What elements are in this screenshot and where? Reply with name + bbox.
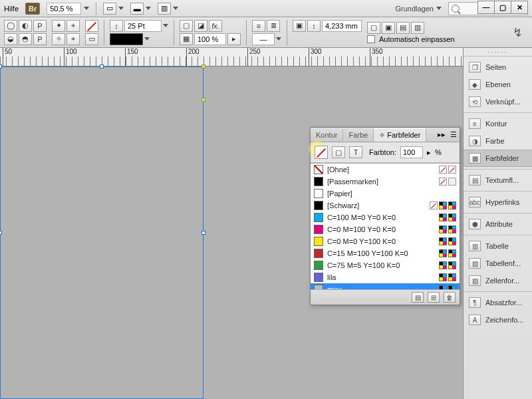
dock-item-zeichenfo[interactable]: AZeichenfo... [464,311,532,329]
fit-frame-icon[interactable]: ▣ [293,20,306,32]
dock-item-ebenen[interactable]: ◆Ebenen [464,76,532,93]
fit-icon[interactable]: ▥ [411,22,424,34]
effect-icon[interactable]: ◪ [194,20,207,32]
swatch-row[interactable]: C=100 M=0 Y=0 K=0 [311,211,460,223]
window-maximize-button[interactable]: ▢ [494,1,511,14]
dock-item-textumfl[interactable]: ▤Textumfl... [464,172,532,189]
swatch-row[interactable]: [Passermarken] [311,176,460,188]
swatch-row[interactable]: C=15 M=100 Y=100 K=0 [311,247,460,259]
dock-item-hyperlinks[interactable]: abcHyperlinks [464,194,532,211]
arrange-group: ▬ [130,3,151,15]
tab-farbfelder[interactable]: ✧Farbfelder [374,128,426,142]
stroke-icon[interactable]: ▭ [85,33,98,45]
rotate-handle[interactable] [201,98,205,102]
panel-collapse-icon[interactable]: ▸▸ [436,130,448,139]
stepper-icon[interactable]: ↕ [307,20,321,32]
dock-item-attribute[interactable]: ⬢Attribute [464,215,532,233]
wrap-icon[interactable]: ≡ [252,20,265,32]
tool-icon[interactable]: P [33,33,47,45]
cmyk-icon [448,213,456,221]
selected-frame[interactable] [0,66,203,399]
swatch-row[interactable]: [Schwarz] [311,200,460,211]
dock-item-seiten[interactable]: ❐Seiten [464,59,532,76]
tool-icon[interactable]: ◓ [19,33,32,45]
tab-farbe[interactable]: Farbe [343,129,374,141]
dock-item-farbe[interactable]: ◑Farbe [464,132,532,150]
display-perf-icon[interactable]: ▥ [158,3,171,15]
tool-icon[interactable]: ◐ [19,20,32,32]
stroke-style-swatch[interactable] [110,33,143,45]
arrange-docs-icon[interactable]: ▬ [130,3,144,15]
swatch-chip [314,213,323,222]
tint-stepper-icon[interactable]: ▸ [427,148,431,157]
frame-width-input[interactable]: 4,233 mm [322,20,362,32]
tint-input[interactable] [400,146,423,158]
dock-item-label: Verknüpf... [485,98,521,106]
swatch-row[interactable]: [Ohne] [311,164,460,176]
tool-icon[interactable]: ◯ [4,20,17,32]
cmyk-icon [439,201,447,209]
resize-handle[interactable] [201,231,205,235]
bridge-badge[interactable]: Br [25,3,40,15]
wrap-mode-icon[interactable]: — [252,33,275,45]
workspace-switcher[interactable]: Grundlagen [396,5,442,13]
cmyk-icon [448,285,456,290]
new-swatch-button[interactable]: ⊞ [428,292,440,303]
stroke-weight-input[interactable]: 25 Pt [124,20,162,32]
swatch-chip [314,273,323,282]
formatting-text-icon[interactable]: T [349,146,362,158]
autofit-checkbox[interactable] [367,35,375,43]
tab-kontur[interactable]: Kontur [311,129,343,141]
stepper-icon[interactable]: ▸ [227,33,241,45]
screen-mode-icon[interactable]: ▭ [103,3,116,15]
fit-icon[interactable]: ▣ [382,22,395,34]
tool-icon[interactable]: ✦ [52,20,65,32]
tool-icon[interactable]: ✧ [52,33,65,45]
dock-item-verknpf[interactable]: ⟲Verknüpf... [464,93,532,110]
tool-icon[interactable]: ⌖ [66,20,80,32]
dock-item-absatzfor[interactable]: ¶Absatzfor... [464,294,532,311]
tool-icon[interactable]: P [33,20,47,32]
zoom-level-select[interactable] [47,3,89,15]
swatch-row[interactable]: grau [311,283,460,290]
new-swatch-button[interactable]: ▤ [412,292,424,303]
dock-item-kontur[interactable]: ≡Kontur [464,115,532,132]
fill-stroke-proxy-icon[interactable] [315,146,328,159]
formatting-container-icon[interactable]: ▢ [332,146,345,158]
fx-icon[interactable]: fx. [209,20,222,32]
swatch-row[interactable]: C=75 M=5 Y=100 K=0 [311,259,460,271]
resize-handle[interactable] [0,231,2,235]
dock-item-zellenfor[interactable]: ▨Zellenfor... [464,272,532,289]
tool-icon[interactable]: ⌖ [66,33,80,45]
swatch-row[interactable]: C=0 M=100 Y=0 K=0 [311,223,460,235]
swatch-row[interactable]: C=0 M=0 Y=100 K=0 [311,235,460,247]
dock-item-tabelle[interactable]: ▥Tabelle [464,237,532,255]
effect-icon[interactable]: ▢ [180,20,193,32]
panel-menu-icon[interactable]: ☰ [448,130,460,139]
swatch-list[interactable]: [Ohne][Passermarken][Papier][Schwarz]C=1… [311,163,460,290]
tool-icon[interactable]: ◒ [4,33,17,45]
resize-handle[interactable] [100,65,104,68]
fill-none-icon[interactable] [85,20,98,32]
fit-icon[interactable]: ▢ [367,22,380,34]
dock-grip[interactable]: ∙∙∙∙∙∙ [464,48,532,56]
resize-handle[interactable] [201,65,205,68]
stepper-icon[interactable]: ↕ [110,20,123,32]
quick-apply-icon[interactable]: ↯ [513,25,523,40]
window-close-button[interactable]: ✕ [511,1,528,14]
swatch-row[interactable]: [Papier] [311,188,460,200]
fit-icon[interactable]: ▤ [396,22,410,34]
swatch-row[interactable]: lila [311,271,460,283]
resize-handle[interactable] [0,65,2,68]
dock-item-farbfelder[interactable]: ▦Farbfelder [464,150,532,167]
window-minimize-button[interactable]: — [477,1,495,14]
ruler-ticks [0,57,532,66]
dock-group: ❐Seiten◆Ebenen⟲Verknüpf... [464,56,532,112]
zoom-input[interactable] [47,3,81,15]
delete-swatch-button[interactable]: 🗑 [444,292,456,303]
dock-item-tabellenf[interactable]: ▧Tabellenf... [464,255,532,272]
opacity-icon[interactable]: ▦ [180,33,193,45]
help-menu[interactable]: Hilfe [4,5,19,13]
opacity-input[interactable]: 100 % [194,33,226,45]
wrap-icon[interactable]: ≣ [267,20,280,32]
